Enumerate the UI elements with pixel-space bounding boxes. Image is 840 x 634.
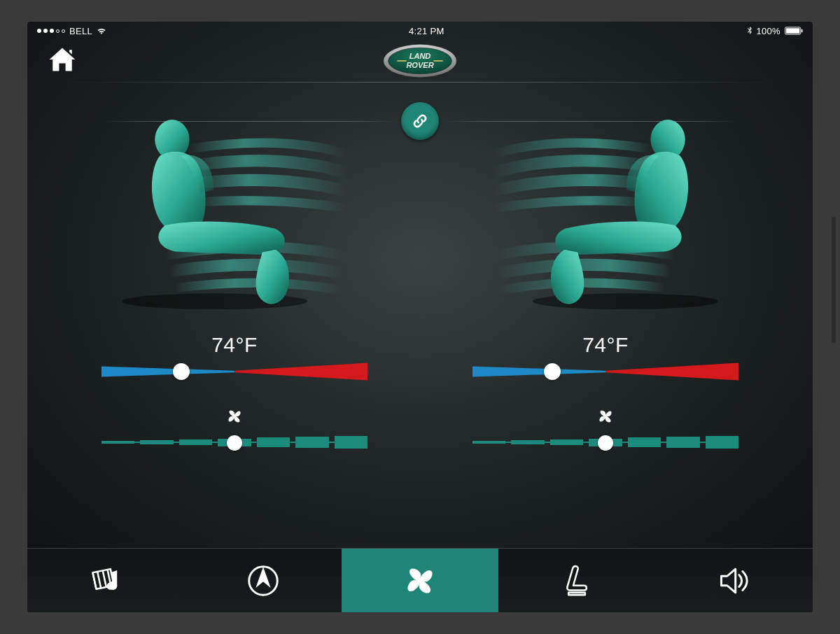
wifi-icon xyxy=(97,27,106,35)
tablet-frame: BELL 4:21 PM 100% xyxy=(0,0,840,634)
fan-tick[interactable] xyxy=(295,434,328,452)
fan-icon xyxy=(80,407,388,428)
header: LAND ROVER xyxy=(27,40,813,82)
tablet-side-button xyxy=(832,217,836,343)
status-bar: BELL 4:21 PM 100% xyxy=(27,22,813,40)
fan-thumb[interactable] xyxy=(227,435,242,451)
seat-icon xyxy=(558,562,596,600)
left-occupant-graphic xyxy=(80,90,388,327)
battery-icon xyxy=(785,27,803,35)
left-temp-readout: 74°F xyxy=(80,333,388,357)
fan-tick[interactable] xyxy=(257,434,290,452)
bluetooth-icon xyxy=(747,27,752,35)
screen: BELL 4:21 PM 100% xyxy=(27,22,813,612)
fan-tick[interactable] xyxy=(666,434,699,452)
signal-strength-icon xyxy=(37,29,65,33)
fan-thumb[interactable] xyxy=(598,435,613,451)
left-fan-slider[interactable] xyxy=(102,434,368,452)
clock: 4:21 PM xyxy=(409,26,444,36)
right-temp-slider[interactable] xyxy=(472,361,738,382)
fan-tick[interactable] xyxy=(102,434,134,452)
svg-rect-2 xyxy=(802,29,803,33)
svg-marker-11 xyxy=(102,367,234,377)
right-fan-slider[interactable] xyxy=(472,434,738,452)
left-temp-thumb[interactable] xyxy=(173,363,190,380)
carrier-label: BELL xyxy=(69,26,92,36)
compass-icon xyxy=(244,562,282,600)
svg-text:LAND: LAND xyxy=(410,52,431,60)
svg-text:ROVER: ROVER xyxy=(406,61,433,69)
link-icon xyxy=(411,112,429,130)
audio-tab[interactable] xyxy=(656,549,813,612)
svg-marker-14 xyxy=(472,367,606,377)
fan-icon xyxy=(401,562,439,600)
left-climate-zone: 74°F xyxy=(80,90,388,452)
right-climate-zone: 74°F xyxy=(451,90,760,452)
fan-tick[interactable] xyxy=(706,434,738,452)
fan-tick[interactable] xyxy=(550,434,583,452)
left-temp-slider[interactable] xyxy=(102,361,368,382)
speaker-icon xyxy=(715,562,753,600)
svg-rect-1 xyxy=(786,28,800,33)
fan-tick[interactable] xyxy=(511,434,544,452)
seats-tab[interactable] xyxy=(498,549,655,612)
svg-marker-12 xyxy=(234,363,368,381)
fan-tick[interactable] xyxy=(628,434,661,452)
fan-tick[interactable] xyxy=(335,434,368,452)
brand-logo: LAND ROVER xyxy=(378,43,462,79)
media-tab[interactable] xyxy=(27,549,184,612)
climate-tab[interactable] xyxy=(342,549,498,612)
fan-tick[interactable] xyxy=(472,434,505,452)
home-button[interactable] xyxy=(47,44,78,75)
climate-panel: 74°F xyxy=(27,83,813,548)
right-temp-thumb[interactable] xyxy=(544,363,561,380)
navigation-tab[interactable] xyxy=(184,549,341,612)
bottom-nav xyxy=(27,548,813,612)
right-occupant-graphic xyxy=(451,90,760,327)
media-icon xyxy=(87,562,125,600)
sync-zones-button[interactable] xyxy=(401,102,439,140)
fan-tick[interactable] xyxy=(140,434,173,452)
right-temp-readout: 74°F xyxy=(451,333,760,357)
battery-pct: 100% xyxy=(757,26,780,36)
svg-marker-15 xyxy=(606,363,738,381)
svg-point-17 xyxy=(108,583,113,589)
fan-icon xyxy=(451,407,760,428)
home-icon xyxy=(47,44,78,75)
fan-tick[interactable] xyxy=(179,434,212,452)
